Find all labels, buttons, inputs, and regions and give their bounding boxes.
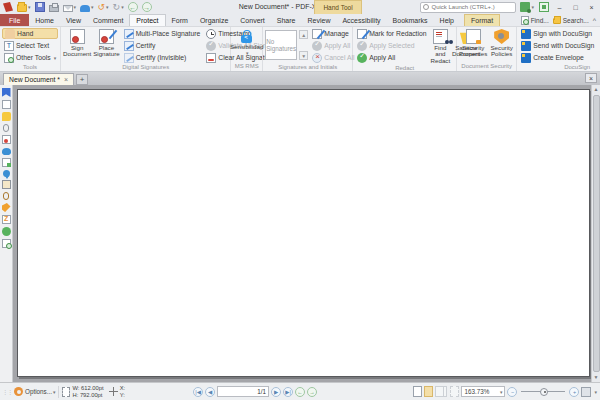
minimize-button[interactable]: – bbox=[553, 2, 566, 13]
document-tab-active[interactable]: New Document * × bbox=[3, 73, 74, 85]
session-button[interactable]: ▾ bbox=[519, 1, 535, 13]
previous-view-nav-button[interactable]: ← bbox=[295, 387, 305, 397]
scroll-down-arrow-icon[interactable]: ▼ bbox=[594, 373, 599, 382]
tab-organize[interactable]: Organize bbox=[194, 14, 234, 26]
previous-view-button[interactable]: ← bbox=[127, 1, 139, 13]
bookmarks-panel-icon[interactable] bbox=[2, 88, 11, 97]
next-page-button[interactable]: ▶ bbox=[271, 387, 281, 397]
export-button[interactable]: ▾ bbox=[79, 1, 95, 13]
tab-file[interactable]: File bbox=[0, 14, 29, 26]
tab-comment[interactable]: Comment bbox=[87, 14, 129, 26]
next-view-button[interactable]: → bbox=[141, 1, 153, 13]
thumbnails-panel-icon[interactable] bbox=[2, 100, 11, 109]
apply-selected-button[interactable]: Apply Selected bbox=[355, 40, 428, 51]
tags-panel-icon[interactable] bbox=[2, 203, 11, 212]
sign-document-button[interactable]: Sign Document bbox=[63, 28, 91, 63]
options-button[interactable]: Options... bbox=[25, 388, 52, 395]
tab-home[interactable]: Home bbox=[29, 14, 60, 26]
scrolling-view-icon[interactable] bbox=[424, 386, 433, 397]
find-button[interactable]: Find... bbox=[521, 16, 549, 25]
manage-signatures-button[interactable]: Manage bbox=[310, 28, 356, 39]
sensibilidad-button[interactable]: Sensibilidad ▾ bbox=[232, 28, 262, 62]
cancel-all-signatures-button[interactable]: Cancel All bbox=[310, 52, 356, 63]
quick-launch-search[interactable] bbox=[420, 2, 516, 13]
scroll-up-icon[interactable]: ▲ bbox=[299, 30, 308, 39]
sign-with-docusign-button[interactable]: Sign with DocuSign bbox=[519, 28, 596, 39]
app-menu-button[interactable] bbox=[2, 1, 14, 13]
certify-invisible-button[interactable]: Certify (Invisible) bbox=[122, 52, 203, 63]
layers-panel-icon[interactable] bbox=[2, 158, 11, 167]
quick-launch-input[interactable] bbox=[431, 4, 513, 10]
find-and-redact-button[interactable]: Find and Redact bbox=[431, 28, 451, 64]
close-button[interactable]: × bbox=[585, 2, 598, 13]
maximize-button[interactable]: □ bbox=[569, 2, 582, 13]
attachments-panel-icon[interactable] bbox=[3, 124, 9, 132]
two-page-scrolling-icon[interactable] bbox=[450, 386, 459, 397]
send-with-docusign-button[interactable]: Send with DocuSign bbox=[519, 40, 596, 51]
stamps-panel-icon[interactable] bbox=[2, 227, 11, 236]
tab-protect[interactable]: Protect bbox=[129, 14, 165, 26]
save-button[interactable] bbox=[34, 1, 46, 13]
undo-button[interactable]: ↺▾ bbox=[97, 1, 110, 13]
two-page-view-icon[interactable] bbox=[435, 386, 444, 397]
scrollbar-thumb[interactable] bbox=[593, 95, 600, 372]
zoom-level-field[interactable]: 163.73% ▾ bbox=[461, 386, 505, 397]
first-page-button[interactable]: |◀ bbox=[193, 387, 203, 397]
fields-panel-icon[interactable] bbox=[2, 135, 11, 144]
certify-button[interactable]: Certify bbox=[122, 40, 203, 51]
close-document-icon[interactable]: × bbox=[64, 76, 68, 83]
fit-page-icon[interactable] bbox=[581, 387, 591, 397]
last-page-button[interactable]: ▶| bbox=[283, 387, 293, 397]
zoom-in-button[interactable]: + bbox=[569, 387, 579, 397]
multi-place-signature-button[interactable]: Multi-Place Signature bbox=[122, 28, 203, 39]
apply-all-redactions-button[interactable]: Apply All bbox=[355, 52, 428, 63]
tab-convert[interactable]: Convert bbox=[234, 14, 271, 26]
destinations-panel-icon[interactable] bbox=[3, 170, 10, 177]
search-panel-icon[interactable] bbox=[2, 239, 11, 248]
zoom-out-button[interactable]: − bbox=[507, 387, 517, 397]
close-all-documents-button[interactable]: × bbox=[585, 73, 597, 83]
tab-view[interactable]: View bbox=[60, 14, 87, 26]
next-view-nav-button[interactable]: → bbox=[307, 387, 317, 397]
scroll-up-arrow-icon[interactable]: ▲ bbox=[594, 85, 599, 94]
pdf-page[interactable] bbox=[17, 89, 590, 377]
search-button[interactable]: Search... bbox=[553, 16, 589, 24]
hand-tool-button[interactable]: Hand bbox=[2, 28, 58, 39]
tab-share[interactable]: Share bbox=[271, 14, 302, 26]
signatures-listbox[interactable]: No Signatures bbox=[265, 30, 297, 60]
measure-panel-icon[interactable] bbox=[2, 180, 11, 189]
print-button[interactable] bbox=[48, 1, 60, 13]
open-button[interactable]: ▾ bbox=[16, 1, 32, 13]
new-tab-button[interactable]: + bbox=[76, 74, 88, 85]
other-tools-button[interactable]: Other Tools▾ bbox=[2, 52, 58, 63]
previous-page-button[interactable]: ◀ bbox=[205, 387, 215, 397]
page-number-field[interactable]: 1/1 bbox=[217, 386, 269, 397]
select-text-button[interactable]: TSelect Text bbox=[2, 40, 58, 51]
tab-form[interactable]: Form bbox=[166, 14, 194, 26]
place-signature-button[interactable]: Place Signature bbox=[93, 28, 119, 63]
tab-accessibility[interactable]: Accessibility bbox=[336, 14, 386, 26]
vertical-scrollbar[interactable]: ▲ ▼ bbox=[591, 85, 600, 382]
single-page-view-icon[interactable] bbox=[413, 386, 422, 397]
layout-button[interactable] bbox=[538, 1, 550, 13]
zoom-slider[interactable] bbox=[521, 391, 565, 392]
comments-panel-icon[interactable] bbox=[2, 112, 11, 121]
email-button[interactable]: ▾ bbox=[62, 1, 78, 13]
index-panel-icon[interactable] bbox=[2, 215, 11, 224]
security-policies-button[interactable]: Security Policies bbox=[489, 28, 514, 62]
create-envelope-button[interactable]: Create Envelope bbox=[519, 52, 596, 63]
apply-all-signatures-button[interactable]: Apply All bbox=[310, 40, 356, 51]
redo-button[interactable]: ↻▾ bbox=[112, 1, 125, 13]
tab-format[interactable]: Format bbox=[464, 14, 500, 26]
zoom-slider-thumb[interactable] bbox=[540, 388, 548, 396]
tab-bookmarks[interactable]: Bookmarks bbox=[387, 14, 434, 26]
scroll-down-icon[interactable]: ▼ bbox=[299, 51, 308, 60]
collapse-ribbon-button[interactable]: ^ bbox=[593, 17, 596, 24]
statusbar-more-icon[interactable]: ▾ bbox=[594, 389, 597, 395]
tab-help[interactable]: Help bbox=[434, 14, 460, 26]
signatures-panel-icon[interactable] bbox=[2, 148, 11, 155]
links-panel-icon[interactable] bbox=[3, 192, 9, 200]
tab-review[interactable]: Review bbox=[302, 14, 337, 26]
mark-for-redaction-button[interactable]: Mark for Redaction bbox=[355, 28, 428, 39]
title-bar: ▾ ▾ ▾ ↺▾ ↻▾ ← → New Document* - PDF-XCha… bbox=[0, 0, 600, 14]
